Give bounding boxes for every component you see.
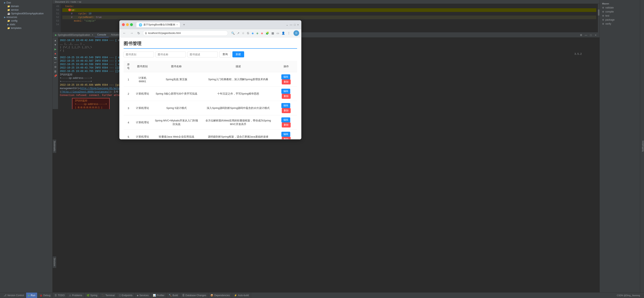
console-close-btn[interactable]: ×	[594, 33, 598, 37]
status-run[interactable]: ▶ Run	[26, 293, 38, 298]
folder-icon: 📁	[7, 5, 10, 8]
run-btn[interactable]: ▶	[54, 47, 57, 51]
tree-item-templates[interactable]: 📁 templates	[0, 26, 52, 30]
console-settings-btn[interactable]: ⚙	[579, 33, 583, 37]
status-services[interactable]: ◈ Services	[135, 293, 151, 298]
search-icon[interactable]: 🔍	[230, 31, 236, 35]
tree-item-service[interactable]: 📁 service	[0, 8, 52, 12]
console-restore-btn[interactable]: □	[588, 33, 593, 37]
tree-item-dao[interactable]: ▶ Dao	[0, 1, 52, 4]
status-debug[interactable]: 🐞 Debug	[38, 293, 52, 298]
back-btn[interactable]: ←	[122, 30, 127, 36]
maximize-icon[interactable]: □	[294, 23, 296, 26]
translate-icon[interactable]: G	[246, 31, 250, 35]
tab-close-btn[interactable]: ×	[176, 24, 178, 26]
status-auto-build[interactable]: ⚡ Auto-build	[232, 293, 251, 298]
structure-tab[interactable]: Structure	[52, 256, 56, 268]
tree-item-static[interactable]: ▶ static	[0, 23, 52, 26]
profile-icon[interactable]: 👤	[281, 31, 286, 35]
status-dependencies[interactable]: 📦 Dependencies	[208, 293, 232, 298]
name-search-input[interactable]	[156, 51, 186, 57]
edit-btn[interactable]: 编辑	[281, 132, 290, 137]
status-endpoints[interactable]: ⬡ Endpoints	[117, 293, 135, 298]
bookmark-star-icon[interactable]: ☆	[241, 31, 245, 35]
win-min-btn[interactable]	[126, 23, 129, 26]
status-profiler[interactable]: 📊 Profiler	[151, 293, 167, 298]
delete-btn[interactable]: 删除	[282, 94, 291, 99]
chevron-down-icon[interactable]: ⌄	[286, 23, 288, 26]
win-close-btn[interactable]	[122, 23, 125, 26]
delete-btn[interactable]: 删除	[282, 79, 291, 84]
tablet-icon[interactable]: ▭	[276, 31, 280, 35]
puzzle-icon[interactable]: 🧩	[265, 31, 270, 35]
status-terminal[interactable]: ⬛ Terminal	[100, 293, 117, 298]
status-db-changes[interactable]: 🗄 Database Changes	[180, 293, 208, 298]
edit-btn[interactable]: 编辑	[281, 117, 290, 122]
folder-icon: ▶	[7, 23, 9, 26]
tree-item-resources[interactable]: ▶ resources	[0, 15, 52, 19]
tree-item-domain[interactable]: 📁 domain	[0, 4, 52, 8]
scroll-down-btn[interactable]: ▼	[54, 43, 57, 46]
tree-item-config[interactable]: 📁 config	[0, 19, 52, 23]
settings-btn2[interactable]: ⚙	[54, 65, 57, 69]
layout-icon[interactable]: ▦	[271, 31, 275, 35]
run-close[interactable]: ×	[92, 33, 93, 36]
run-label-status: Run	[31, 294, 35, 297]
win-max-btn[interactable]	[130, 23, 133, 26]
cell-name: Spring 5核心原理与30个类手写实战	[152, 87, 201, 101]
status-problems[interactable]: ⚠ Problems	[67, 293, 84, 298]
run-label: Springboot08SsmpApplication	[58, 33, 90, 36]
desc-search-input[interactable]	[188, 51, 218, 57]
edit-btn[interactable]: 编辑	[281, 89, 290, 94]
console-minimize-btn[interactable]: —	[584, 33, 588, 37]
delete-btn[interactable]: 删除	[282, 108, 291, 113]
refresh-btn[interactable]: ↻	[136, 30, 141, 36]
table-row: 1 计算机66661 Spring实战 第五版 Spring入门经典教程，深入理…	[124, 72, 297, 87]
pin-btn[interactable]: 📌	[54, 74, 57, 78]
ext-icon-1[interactable]: ◈	[251, 31, 255, 35]
maven-verify[interactable]: ⚙ verify	[600, 22, 639, 26]
new-book-btn[interactable]: 新建	[232, 51, 244, 57]
bookmarks-sidebar[interactable]: Bookmarks	[52, 139, 56, 153]
tab-title: 基于SpringBoot整合SSM案例	[144, 23, 175, 26]
db-icon: 🗄	[182, 294, 185, 297]
edit-btn[interactable]: 编辑	[281, 74, 290, 79]
status-spring[interactable]: 🌿 Spring	[84, 293, 100, 298]
query-btn[interactable]: 查询	[220, 51, 231, 58]
breadcrumb-text: Document 1/1 > tools: > ip:	[55, 0, 82, 3]
category-search-input[interactable]	[124, 51, 154, 57]
status-todo[interactable]: ☰ TODO	[52, 293, 67, 298]
maven-validate[interactable]: ⚙ validate	[600, 6, 639, 10]
notifications-bar: Notifications	[640, 0, 644, 292]
maven-compile[interactable]: ⚙ compile	[600, 10, 639, 14]
edit-btn[interactable]: 编辑	[281, 103, 290, 108]
more-icon[interactable]: ⋮	[286, 31, 291, 35]
delete-btn[interactable]: 删除	[282, 137, 291, 139]
delete-btn[interactable]: 删除	[282, 122, 291, 127]
status-version-control[interactable]: ⎇ Version Control	[2, 293, 26, 298]
forward-btn[interactable]: →	[129, 30, 134, 36]
minimize-icon[interactable]: —	[290, 23, 292, 26]
close-icon[interactable]: ×	[297, 23, 299, 26]
trash-btn[interactable]: 🗑	[54, 69, 57, 73]
tab-console[interactable]: Console	[95, 32, 108, 37]
tree-item-main-class[interactable]: ☕ Springboot08SsmpApplication	[0, 12, 52, 15]
structure-label: Structure	[54, 258, 56, 266]
stop-btn[interactable]: ■	[54, 52, 57, 55]
gear-icon: ⚙	[602, 10, 604, 13]
new-tab-btn[interactable]: +	[182, 23, 186, 26]
address-bar[interactable]: ℹ localhost:81/pages/books.html	[143, 30, 228, 36]
ext-icon-3[interactable]: ◈	[260, 31, 264, 35]
maven-package[interactable]: ⚙ package	[600, 18, 639, 22]
browser-tab[interactable]: 🌐 基于SpringBoot整合SSM案例 ×	[136, 22, 180, 27]
ext-icon-2[interactable]: ◈	[256, 31, 259, 35]
maven-test[interactable]: ⚙ test	[600, 14, 639, 18]
camera-btn[interactable]: 📷	[54, 56, 57, 60]
status-build[interactable]: 🔨 Build	[167, 293, 180, 298]
scroll-up-btn[interactable]: ▲	[54, 38, 57, 42]
url-text: localhost:81/pages/books.html	[148, 32, 180, 34]
profile-avatar[interactable]: D	[294, 30, 299, 36]
deps-label: Dependencies	[214, 294, 230, 297]
wrap-btn[interactable]: ↩	[54, 61, 57, 64]
share-icon[interactable]: ↗	[236, 31, 240, 35]
